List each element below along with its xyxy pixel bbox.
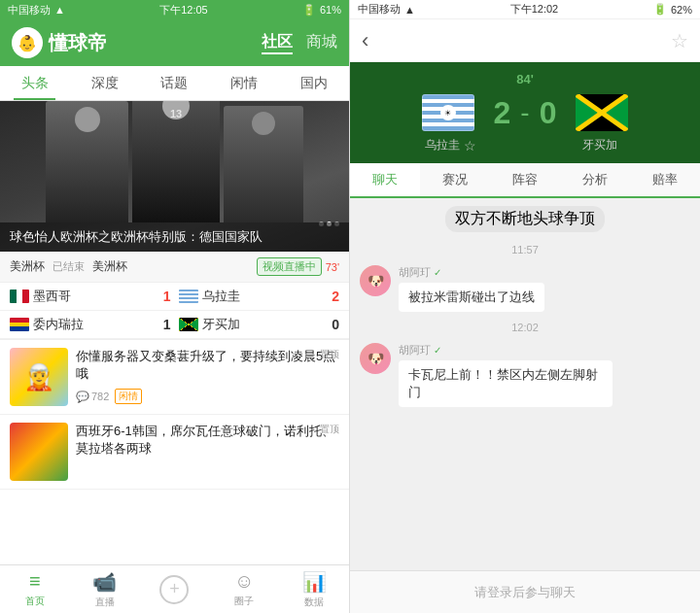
team-uruguay: 乌拉圭 [202,288,325,305]
nav-data-label: 数据 [304,596,324,609]
left-panel: 中国移动 ▲ 下午12:05 🔋 61% 👶 懂球帝 社区 商城 头条 深度 话… [0,0,350,613]
flag-mexico [10,289,29,303]
verified-icon-2: ✓ [434,345,441,356]
chat-bubble-2: 卡瓦尼上前！！禁区内左侧左脚射门 [399,360,612,407]
right-carrier: 中国移动 [358,2,401,17]
nav-live[interactable]: 📹 直播 [70,565,140,613]
team-mexico: 墨西哥 [33,288,156,305]
nav-data[interactable]: 📊 数据 [279,565,349,613]
score-row: ☀ 2 - 0 [366,94,684,131]
hero-image[interactable]: 13 球色怡人欧洲杯之欧洲杯特别版：德国国家队 [0,101,349,252]
hero-caption: 球色怡人欧洲杯之欧洲杯特别版：德国国家队 [0,222,349,252]
right-wifi-icon: ▲ [404,4,415,16]
battery-icon: 🔋 [302,4,316,17]
team-venezuela: 委内瑞拉 [33,316,156,333]
add-icon: + [159,575,189,604]
wifi-icon: ▲ [54,4,65,16]
nav-home-label: 首页 [25,595,45,608]
tab-headline[interactable]: 头条 [0,66,70,100]
news-item-1[interactable]: 置顶 🧝 你懂服务器又变桑葚升级了，要持续到凌晨5点哦 💬 782 闲情 [0,340,349,415]
score-dash: - [520,97,529,128]
news-title-1: 你懂服务器又变桑葚升级了，要持续到凌晨5点哦 [76,348,339,383]
team-left-name: 乌拉圭 [425,137,460,153]
tab-topic[interactable]: 话题 [140,66,210,100]
chat-message-row-1: 🐶 胡阿玎 ✓ 被拉米雷斯碰出了边线 [350,259,700,318]
team-name-right: 牙买加 [525,137,675,153]
system-text-1: 双方不断地头球争顶 [455,210,595,226]
tab-depth[interactable]: 深度 [70,66,140,100]
flag-uruguay-row [179,289,198,303]
circle-icon: ☺ [234,570,254,593]
battery-text: 61% [320,4,341,16]
top-badge-1: 置顶 [320,348,339,361]
news-content-2: 西班牙6-1韩国，席尔瓦任意球破门，诺利托、莫拉塔各两球 [76,423,339,481]
right-battery: 62% [671,4,692,16]
app-name: 懂球帝 [49,30,107,56]
news-item-2[interactable]: 置顶 西班牙6-1韩国，席尔瓦任意球破门，诺利托、莫拉塔各两球 [0,415,349,490]
chat-input-bar[interactable]: 请登录后参与聊天 [350,570,700,613]
right-status-right: 🔋 62% [653,3,692,16]
news-thumb-img2 [10,423,68,481]
left-header: 👶 懂球帝 社区 商城 [0,19,349,66]
news-thumb-img1: 🧝 [10,348,68,406]
status-left: 中国移动 ▲ [8,3,65,17]
bottom-nav: ≡ 首页 📹 直播 + ☺ 圈子 📊 数据 [0,564,349,613]
tab-leisure[interactable]: 闲情 [209,66,279,100]
chat-time-1: 11:57 [350,240,700,259]
tab-domestic[interactable]: 国内 [279,66,349,100]
right-battery-icon: 🔋 [653,3,667,16]
system-msg-row-1: 双方不断地头球争顶 [350,198,700,240]
score-center: 2 - 0 [494,95,557,131]
right-status-left: 中国移动 ▲ [358,2,415,17]
match-row-1[interactable]: 墨西哥 1 乌拉圭 2 [0,283,349,311]
team-name-left: 乌拉圭 ☆ [375,137,525,153]
favorite-button[interactable]: ☆ [671,29,688,52]
match-time-badge: 73' [326,261,339,273]
tab-situation[interactable]: 赛况 [420,163,490,196]
system-bubble-1: 双方不断地头球争顶 [445,206,605,232]
tab-lineup[interactable]: 阵容 [490,163,560,196]
nav-home[interactable]: ≡ 首页 [0,565,70,613]
score-left: 2 [494,95,511,131]
team-left-star[interactable]: ☆ [464,138,476,153]
match-row-2[interactable]: 委内瑞拉 1 牙买加 0 [0,311,349,339]
nav-add[interactable]: + [140,565,210,613]
chat-area[interactable]: 双方不断地头球争顶 11:57 🐶 胡阿玎 ✓ 被拉米雷斯碰出了边线 12:02 [350,198,700,570]
tab-analysis[interactable]: 分析 [560,163,630,196]
username-1: 胡阿玎 ✓ [399,265,544,280]
team-flag-jamaica [576,94,628,131]
team-right-name: 牙买加 [582,137,617,153]
nav-circle[interactable]: ☺ 圈子 [209,565,279,613]
live-btn[interactable]: 视频直播中 [257,257,322,276]
match-live-badge[interactable]: 视频直播中 73' [257,257,339,276]
bubble-col-1: 胡阿玎 ✓ 被拉米雷斯碰出了边线 [399,265,544,312]
live-icon: 📹 [92,570,117,594]
tab-odds[interactable]: 赔率 [630,163,700,196]
chat-message-row-2: 🐶 胡阿玎 ✓ 卡瓦尼上前！！禁区内左侧左脚射门 [350,337,700,413]
news-title-2: 西班牙6-1韩国，席尔瓦任意球破门，诺利托、莫拉塔各两球 [76,423,339,458]
right-tabs: 聊天 赛况 阵容 分析 赔率 [350,163,700,198]
score-mexico: 1 [156,289,171,304]
logo-avatar: 👶 [12,27,43,58]
competition-name2: 美洲杯 [92,258,127,275]
home-icon: ≡ [29,570,41,593]
match-header: 美洲杯 已结束 美洲杯 视频直播中 73' [0,252,349,283]
nav-live-label: 直播 [95,596,115,609]
tab-chat[interactable]: 聊天 [350,163,420,198]
news-content-1: 你懂服务器又变桑葚升级了，要持续到凌晨5点哦 💬 782 闲情 [76,348,339,406]
username-2: 胡阿玎 ✓ [399,343,612,358]
top-badge-2: 置顶 [320,423,339,436]
nav-community[interactable]: 社区 [262,32,293,54]
chat-login-prompt[interactable]: 请登录后参与聊天 [474,584,576,601]
news-thumb-2 [10,423,68,481]
match-header-left: 美洲杯 已结束 美洲杯 [10,258,127,275]
left-tabs: 头条 深度 话题 闲情 国内 [0,66,349,101]
logo-area: 👶 懂球帝 [12,27,107,58]
carrier-text: 中国移动 [8,3,51,17]
nav-shop[interactable]: 商城 [306,32,337,54]
back-button[interactable]: ‹ [362,28,368,53]
time-text: 下午12:05 [159,3,208,17]
score-jamaica: 0 [324,317,339,332]
status-right: 🔋 61% [302,4,341,17]
news-thumb-1: 🧝 [10,348,68,406]
